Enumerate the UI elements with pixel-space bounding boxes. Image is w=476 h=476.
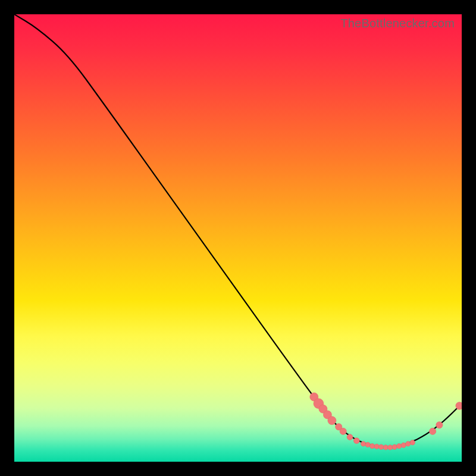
data-marker (365, 442, 370, 447)
data-marker (347, 434, 353, 440)
data-marker (361, 441, 365, 446)
data-marker (392, 444, 397, 449)
data-marker (406, 441, 411, 446)
data-marker (410, 440, 415, 445)
data-marker (401, 443, 406, 447)
data-marker (328, 416, 336, 425)
data-marker (388, 445, 393, 450)
attribution-label: TheBottlenecker.com (340, 17, 455, 30)
data-marker (353, 438, 359, 444)
data-marker (436, 422, 443, 428)
data-marker (374, 444, 379, 449)
plot-area: TheBottlenecker.com (14, 14, 462, 462)
data-marker (340, 428, 346, 434)
data-marker (383, 445, 388, 450)
chart-svg (14, 14, 462, 462)
data-marker (456, 402, 462, 410)
data-markers (310, 393, 462, 450)
chart-frame: TheBottlenecker.com (0, 0, 476, 476)
data-marker (378, 444, 383, 449)
data-marker (397, 444, 402, 449)
bottleneck-curve (14, 14, 462, 447)
data-marker (369, 444, 374, 449)
data-marker (430, 428, 436, 434)
